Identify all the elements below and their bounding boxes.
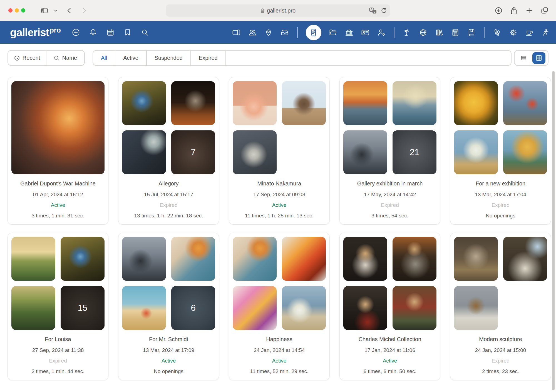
thumb-rabbit-sculpture[interactable] [233, 130, 277, 174]
nav-left-group [71, 28, 149, 37]
thumb-seagull-painting[interactable] [393, 81, 436, 125]
presentation-card[interactable]: Happiness 24 Jan, 2024 at 14:54 Active 1… [229, 233, 330, 380]
url-bar[interactable]: gallerist.pro A文 [166, 4, 390, 17]
thumb-golden-tree-painting[interactable] [503, 130, 547, 174]
thumb-marsh-landscape-painting[interactable] [11, 237, 55, 281]
thumb-kingfisher-painting[interactable] [61, 237, 105, 281]
location-pin-icon[interactable] [264, 28, 273, 37]
card-title: Minato Nakamura [233, 180, 326, 187]
thumb-man-in-hat-painting[interactable] [343, 130, 387, 174]
visitors-icon[interactable] [248, 28, 257, 37]
nav-right-group [232, 25, 550, 40]
calendar-icon[interactable] [106, 28, 115, 37]
thumb-wire-sculpture-pedestal[interactable] [454, 237, 498, 281]
thumb-old-man-portrait[interactable] [343, 237, 387, 281]
thumb-man-in-hat-painting[interactable] [122, 237, 166, 281]
tab-active[interactable]: Active [115, 51, 146, 65]
reload-icon[interactable] [381, 8, 387, 14]
sidebar-chevron-icon[interactable] [54, 8, 58, 13]
devices-icon[interactable] [232, 28, 241, 37]
tab-overview-icon[interactable] [540, 6, 549, 15]
sort-recent-label: Recent [23, 55, 40, 61]
card-stats: No openings [454, 213, 547, 219]
thumb-forest-creek-painting[interactable] [11, 286, 55, 330]
sort-recent-button[interactable]: Recent [8, 51, 46, 65]
thumb-bee-sunflower-painting[interactable] [454, 81, 498, 125]
add-icon[interactable] [71, 28, 80, 37]
thumb-orange-abstract-painting[interactable] [282, 237, 326, 281]
translate-icon[interactable]: A文 [369, 8, 377, 14]
thumb-kingfisher-painting[interactable] [122, 81, 166, 125]
list-view-button[interactable] [517, 52, 530, 64]
presentation-card[interactable]: 6 For Mr. Schmidt 13 Mar, 2024 at 17:09 … [118, 233, 219, 380]
traffic-lights [8, 8, 25, 13]
thumb-surreal-face-painting[interactable] [171, 237, 215, 281]
presentation-card[interactable]: 7 Allegory 15 Jul, 2024 at 15:17 Expired… [118, 77, 219, 225]
presentation-card[interactable]: Minato Nakamura 17 Sep, 2024 at 09:08 Ac… [229, 77, 330, 225]
footprints-icon[interactable] [493, 28, 502, 37]
back-button[interactable] [66, 7, 73, 14]
zoom-window-button[interactable] [21, 8, 25, 13]
forward-button[interactable] [81, 7, 87, 14]
device-link-icon-active[interactable] [306, 25, 321, 40]
bookmark-icon[interactable] [123, 28, 132, 37]
tab-all[interactable]: All [93, 51, 115, 65]
globe-icon[interactable] [419, 28, 428, 37]
thumb-surreal-face-painting[interactable] [233, 237, 277, 281]
tab-expired[interactable]: Expired [191, 51, 225, 65]
coffee-cup-icon[interactable] [525, 28, 534, 37]
sidebar-toggle-icon[interactable] [40, 6, 49, 15]
more-images-tile[interactable]: 6 [171, 286, 215, 330]
presentation-card[interactable]: For a new exhibition 13 Mar, 2024 at 17:… [450, 77, 551, 225]
thumb-wire-dancer-gallery[interactable] [454, 286, 498, 330]
thumb-pig-figurine[interactable] [233, 81, 277, 125]
more-images-tile[interactable]: 7 [171, 130, 215, 174]
downloads-icon[interactable] [495, 6, 503, 14]
folder-icon[interactable] [329, 28, 337, 37]
thumb-knight-portrait[interactable] [393, 237, 436, 281]
more-images-tile[interactable]: 21 [393, 130, 436, 174]
thumb-royal-man-portrait[interactable] [343, 286, 387, 330]
minimize-window-button[interactable] [15, 8, 19, 13]
thumb-wire-figure-workshop[interactable] [503, 237, 547, 281]
thumb-daisies-painting[interactable] [454, 130, 498, 174]
search-icon[interactable] [140, 28, 149, 37]
presentation-card[interactable]: Charles Michel Collection 17 Jan, 2024 a… [339, 233, 440, 380]
desk-lamp-icon[interactable] [403, 28, 411, 37]
presentation-card[interactable]: 21 Gallery exhibition in march 17 May, 2… [339, 77, 440, 225]
new-tab-icon[interactable] [525, 7, 533, 14]
settings-gear-icon[interactable] [509, 28, 518, 37]
catalog-book-icon[interactable] [467, 28, 476, 37]
status-badge: Active [233, 202, 326, 208]
app-logo[interactable]: galleristpro [10, 26, 61, 39]
thumb-rabbit-painting[interactable] [171, 81, 215, 125]
presentation-card[interactable]: Modern sculpture 24 Jan, 2024 at 15:00 E… [450, 233, 551, 380]
close-window-button[interactable] [8, 8, 13, 13]
thumb-pink-abstract-painting[interactable] [233, 286, 277, 330]
id-card-icon[interactable] [361, 28, 370, 37]
thumb-lighthouse-sunset-painting[interactable] [343, 81, 387, 125]
thumb-beach-women-painting[interactable] [122, 286, 166, 330]
user-tag-icon[interactable] [377, 28, 386, 37]
sort-name-button[interactable]: Name [46, 51, 84, 65]
presentation-card[interactable]: Gabriel Dupont's War Machine 01 Apr, 202… [8, 77, 108, 225]
card-date: 17 May, 2024 at 14:42 [343, 192, 436, 198]
calculator-icon[interactable] [451, 28, 460, 37]
inbox-icon[interactable] [280, 28, 289, 37]
page-scrollbar[interactable] [552, 71, 555, 390]
notifications-bell-icon[interactable] [89, 28, 98, 37]
thumb-harbor-ships-painting[interactable] [11, 81, 105, 174]
museum-icon[interactable] [345, 28, 354, 37]
thumb-soldier-portrait[interactable] [393, 286, 436, 330]
thumb-daisies-sea-painting[interactable] [282, 286, 326, 330]
exit-runner-icon[interactable] [541, 28, 550, 37]
grid-view-button[interactable] [532, 52, 545, 64]
thumb-poppies-painting[interactable] [503, 81, 547, 125]
more-images-tile[interactable]: 15 [61, 286, 105, 330]
share-icon[interactable] [510, 6, 518, 14]
library-icon[interactable] [435, 28, 444, 37]
thumb-cat-figurine[interactable] [282, 81, 326, 125]
thumb-cat-by-window-painting[interactable] [122, 130, 166, 174]
presentation-card[interactable]: 15 For Louisa 27 Sep, 2024 at 11:38 Expi… [8, 233, 108, 380]
tab-suspended[interactable]: Suspended [147, 51, 190, 65]
